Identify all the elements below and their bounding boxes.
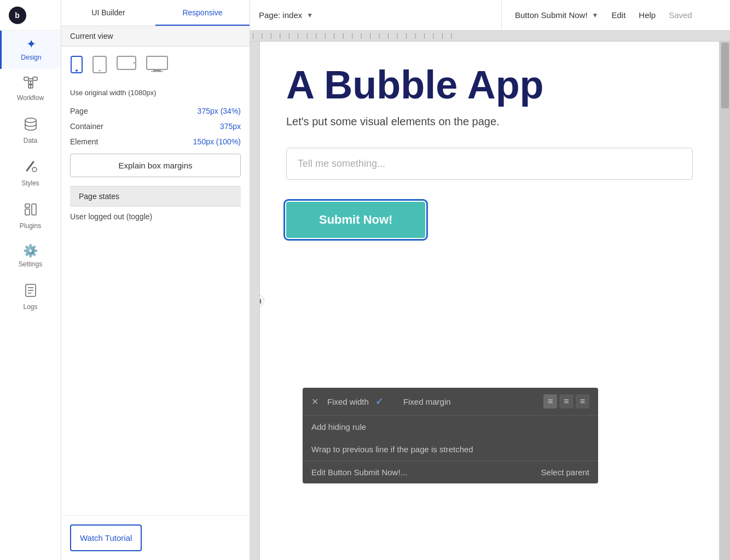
side-panel: UI Builder Responsive Current view: [61, 0, 250, 560]
align-center-button[interactable]: ≡: [559, 394, 573, 409]
svg-rect-8: [25, 209, 30, 215]
desktop-icon: [146, 55, 169, 77]
sidebar-item-design-label: Design: [21, 54, 41, 61]
fixed-margin-label: Fixed margin: [403, 397, 451, 406]
page-states-header: Page states: [70, 186, 241, 207]
edit-button-link[interactable]: Edit Button Submit Now!...: [311, 468, 407, 477]
scrollbar-thumb[interactable]: [721, 43, 729, 108]
edit-button[interactable]: Edit: [611, 10, 625, 20]
tablet-landscape-icon: [116, 55, 137, 74]
scrollbar[interactable]: [720, 42, 730, 560]
sidebar-item-plugins[interactable]: Plugins: [0, 195, 61, 237]
sidebar-item-data[interactable]: Data: [0, 109, 61, 152]
settings-icon: ⚙️: [23, 245, 38, 257]
fixed-width-check[interactable]: ✓: [375, 395, 384, 407]
logs-icon: [25, 283, 37, 300]
canvas-content: ◀ A Bubble App Let's put some visual ele…: [260, 42, 730, 560]
page-selector-chevron: ▼: [306, 11, 313, 19]
svg-point-7: [32, 167, 37, 172]
dim-row-page: Page 375px (34%): [70, 103, 241, 119]
tab-responsive[interactable]: Responsive: [155, 0, 250, 26]
sidebar-item-logs[interactable]: Logs: [0, 276, 61, 318]
sidebar-item-workflow-label: Workflow: [17, 94, 44, 102]
dim-row-element: Element 150px (100%): [70, 134, 241, 149]
watch-tutorial-button[interactable]: Watch Tutorial: [70, 524, 142, 551]
logo-icon: b: [9, 7, 26, 24]
canvas-input[interactable]: Tell me something...: [286, 148, 693, 180]
element-selector-chevron: ▼: [592, 11, 599, 19]
tablet-portrait-icon: [92, 55, 107, 78]
sidebar-item-plugins-label: Plugins: [20, 222, 41, 230]
align-left-button[interactable]: ≡: [543, 394, 557, 409]
add-hiding-rule-item[interactable]: Add hiding rule: [303, 416, 598, 438]
svg-rect-2: [33, 77, 37, 80]
sidebar-item-logs-label: Logs: [23, 303, 37, 311]
tab-ui-builder[interactable]: UI Builder: [61, 0, 155, 26]
align-buttons: ≡ ≡ ≡: [543, 394, 589, 409]
submit-btn-wrapper: Submit Now! ✕ Fixed width ✓ Fixed margin…: [286, 202, 425, 238]
plugins-icon: [24, 202, 38, 219]
panel-tabs: UI Builder Responsive: [61, 0, 250, 26]
submit-button[interactable]: Submit Now!: [286, 202, 425, 238]
sidebar-item-styles-label: Styles: [21, 179, 39, 187]
align-right-button[interactable]: ≡: [576, 394, 589, 409]
view-tablet-landscape[interactable]: [116, 55, 137, 78]
collapse-arrow[interactable]: ◀: [260, 295, 264, 307]
ruler-vertical: [250, 42, 260, 560]
view-mobile[interactable]: [70, 55, 83, 78]
svg-rect-22: [153, 69, 161, 71]
fixed-width-label: Fixed width: [327, 397, 369, 406]
top-bar-right: Button Submit Now! ▼ Edit Help Saved: [502, 10, 705, 20]
element-selector-label: Button Submit Now!: [515, 10, 588, 20]
help-button[interactable]: Help: [639, 10, 656, 20]
sidebar-item-settings-label: Settings: [19, 260, 42, 268]
original-width: Use original width (1080px): [70, 86, 241, 103]
mobile-icon: [70, 55, 83, 78]
select-parent-link[interactable]: Select parent: [541, 468, 589, 477]
styles-icon: [24, 160, 38, 176]
sidebar-item-settings[interactable]: ⚙️ Settings: [0, 237, 61, 276]
sidebar-item-design[interactable]: ✦ Design: [0, 31, 61, 69]
saved-status: Saved: [669, 10, 692, 20]
workflow-icon: [24, 77, 38, 91]
svg-rect-21: [147, 56, 167, 69]
canvas-inner: ◀ A Bubble App Let's put some visual ele…: [250, 42, 730, 560]
explain-box-margins-button[interactable]: Explain box margins: [70, 154, 241, 177]
current-view-header: Current view: [61, 26, 250, 46]
svg-rect-9: [32, 204, 36, 215]
view-desktop[interactable]: [146, 55, 169, 78]
svg-point-6: [25, 118, 36, 122]
page-selector-label: Page: index: [259, 10, 302, 20]
app-logo[interactable]: b: [0, 0, 61, 31]
design-icon: ✦: [26, 38, 36, 50]
context-menu: ✕ Fixed width ✓ Fixed margin ≡ ≡ ≡: [303, 388, 598, 483]
svg-point-16: [76, 69, 78, 72]
view-icons: [70, 55, 241, 78]
wrap-prev-line-item[interactable]: Wrap to previous line if the page is str…: [303, 438, 598, 460]
context-menu-bottom: Edit Button Submit Now!... Select parent: [303, 460, 598, 483]
sidebar-item-workflow[interactable]: Workflow: [0, 69, 61, 109]
svg-rect-23: [151, 71, 163, 72]
svg-rect-10: [25, 204, 30, 207]
dim-row-container: Container 375px: [70, 119, 241, 134]
data-icon: [24, 117, 38, 133]
sidebar-item-styles[interactable]: Styles: [0, 152, 61, 195]
sidebar-nav: b ✦ Design Workflow Data: [0, 0, 61, 560]
page-frame: ◀ A Bubble App Let's put some visual ele…: [260, 42, 719, 560]
close-icon[interactable]: ✕: [311, 396, 318, 407]
svg-rect-0: [24, 77, 28, 80]
page-state-user-logged-out: User logged out (toggle): [70, 207, 241, 226]
canvas-wrapper: | | | | | | | | | | | | | | | | | | | | …: [250, 31, 730, 560]
sidebar-item-data-label: Data: [24, 137, 37, 144]
context-menu-fixed-row: ✕ Fixed width ✓ Fixed margin ≡ ≡ ≡: [303, 388, 598, 416]
ruler-horizontal: | | | | | | | | | | | | | | | | | | | | …: [250, 31, 730, 42]
svg-point-18: [99, 70, 101, 72]
view-tablet-portrait[interactable]: [92, 55, 107, 78]
element-selector[interactable]: Button Submit Now! ▼: [515, 10, 598, 20]
main-area: Page: index ▼ Button Submit Now! ▼ Edit …: [250, 0, 730, 560]
page-title: A Bubble App: [286, 63, 693, 107]
svg-point-20: [134, 62, 135, 64]
page-selector[interactable]: Page: index ▼: [259, 10, 313, 20]
panel-body: Use original width (1080px) Page 375px (…: [61, 46, 250, 515]
top-bar-left: Page: index ▼: [250, 0, 502, 30]
